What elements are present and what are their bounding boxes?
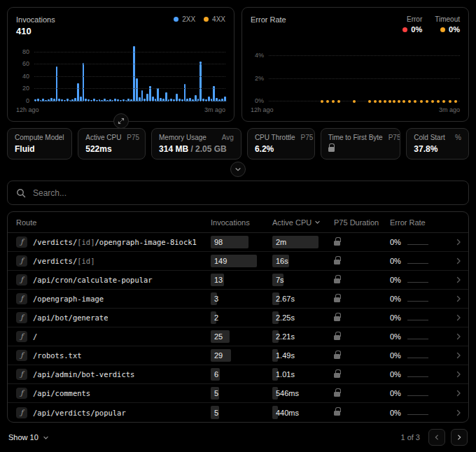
row-detail-button[interactable] <box>449 389 468 397</box>
y-axis-tick: 40 <box>22 73 29 80</box>
timeout-legend-label: Timeout <box>435 15 460 23</box>
error-rate-value: 0% <box>390 313 401 322</box>
invocations-cell-value: 3 <box>211 295 218 303</box>
column-header-active-cpu[interactable]: Active CPU <box>272 218 334 227</box>
table-row[interactable]: ƒ/opengraph-image32.67s0% <box>8 290 468 309</box>
active-cpu-cell-value: 2.67s <box>272 295 295 303</box>
row-chevron-icon <box>454 389 463 397</box>
invocations-cell: 25 <box>211 327 272 346</box>
legend-4xx-label: 4XX <box>212 15 225 23</box>
route-dynamic-segment: [id] <box>77 257 94 265</box>
error-rate-value: 0% <box>390 351 401 360</box>
page-size-select[interactable]: Show 10 <box>8 433 49 442</box>
lock-icon <box>334 335 340 340</box>
collapse-metrics-button[interactable] <box>230 162 246 177</box>
table-row[interactable]: ƒ/api/bot/generate22.25s0% <box>8 309 468 327</box>
row-detail-button[interactable] <box>449 332 468 341</box>
lock-icon <box>334 278 340 283</box>
row-detail-button[interactable] <box>449 313 468 322</box>
error-rate-sparkline <box>407 358 428 358</box>
column-header-route[interactable]: Route <box>16 218 211 227</box>
error-rate-sparkline <box>407 339 428 339</box>
legend-item-2xx[interactable]: 2XX <box>174 15 195 23</box>
table-row[interactable]: ƒ/robots.txt291.49s0% <box>8 346 468 365</box>
invocation-bar <box>77 83 79 101</box>
error-legend-label: Error <box>407 15 422 23</box>
table-row[interactable]: ƒ/252.21s0% <box>8 327 468 346</box>
error-rate-chart[interactable]: 0%2%4% <box>269 45 460 101</box>
column-header-invocations[interactable]: Invocations <box>211 218 272 227</box>
row-detail-button[interactable] <box>449 276 468 284</box>
active-cpu-cell-value: 7s <box>272 276 284 284</box>
active-cpu-cell-value: 2.25s <box>272 313 295 322</box>
chevron-down-icon <box>234 166 241 173</box>
row-chevron-icon <box>454 370 463 379</box>
column-header-error-rate[interactable]: Error Rate <box>390 218 449 227</box>
row-detail-button[interactable] <box>449 409 468 417</box>
invocation-bar <box>141 90 144 101</box>
routes-table: Route Invocations Active CPU P75 Duratio… <box>7 211 469 423</box>
error-rate-sparkline <box>407 395 428 396</box>
error-rate-sparkline <box>407 282 428 283</box>
invocation-bar <box>83 63 85 101</box>
column-header-p75-duration[interactable]: P75 Duration <box>334 218 390 227</box>
error-rate-cell: 0% <box>390 238 449 246</box>
timeout-data-dot <box>402 100 405 103</box>
charts-row: Invocations 410 2XX 4XX 020406080 <box>7 7 469 122</box>
route-cell: ƒ/robots.txt <box>16 350 211 361</box>
lock-icon <box>334 316 340 321</box>
p75-duration-cell <box>334 295 390 304</box>
row-detail-button[interactable] <box>449 238 468 246</box>
table-header: Route Invocations Active CPU P75 Duratio… <box>8 212 468 233</box>
metric-value: 314 MB / 2.05 GB <box>159 144 234 154</box>
function-icon: ƒ <box>16 350 27 361</box>
search-bar <box>7 181 469 205</box>
search-icon <box>16 188 26 198</box>
previous-page-button[interactable] <box>428 429 445 446</box>
gridline <box>34 52 225 52</box>
error-rate-sparkline <box>407 263 428 264</box>
table-row[interactable]: ƒ/verdicts/[id]14916s0% <box>8 252 468 271</box>
function-icon: ƒ <box>16 312 27 323</box>
row-detail-button[interactable] <box>449 351 468 360</box>
invocations-cell: 5 <box>211 403 272 422</box>
row-chevron-icon <box>454 351 463 360</box>
y-axis-tick: 0 <box>26 98 29 104</box>
error-rate-value: 0% <box>390 295 401 303</box>
function-icon: ƒ <box>16 388 27 399</box>
table-row[interactable]: ƒ/api/cron/calculate-popular137s0% <box>8 271 468 290</box>
table-row[interactable]: ƒ/api/verdicts/popular5440ms0% <box>8 403 468 422</box>
table-row[interactable]: ƒ/api/admin/bot-verdicts61.01s0% <box>8 365 468 384</box>
row-chevron-icon <box>454 409 463 417</box>
table-row[interactable]: ƒ/verdicts/[id]/opengraph-image-8iock198… <box>8 233 468 252</box>
legend-item-4xx[interactable]: 4XX <box>204 15 225 23</box>
row-detail-button[interactable] <box>449 257 468 265</box>
expand-chart-button[interactable] <box>113 113 129 129</box>
legend-item-timeout[interactable]: Timeout 0% <box>435 15 460 34</box>
metric-value: 6.2% <box>255 144 307 154</box>
search-input[interactable] <box>8 181 468 204</box>
active-cpu-cell: 2m <box>272 233 334 251</box>
row-chevron-icon <box>454 276 463 284</box>
metric-qualifier: P75 <box>388 134 401 141</box>
error-rate-cell: 0% <box>390 295 449 303</box>
table-row[interactable]: ƒ/api/comments5546ms0% <box>8 384 468 403</box>
gridline <box>34 88 225 89</box>
metric-qualifier: P75 <box>301 134 314 141</box>
function-icon: ƒ <box>16 331 27 342</box>
lock-icon <box>334 241 340 246</box>
active-cpu-cell-value: 2m <box>272 238 286 246</box>
metric-label: Memory Usage <box>159 134 206 141</box>
metric-value <box>328 144 393 152</box>
row-detail-button[interactable] <box>449 370 468 379</box>
legend-item-error[interactable]: Error 0% <box>402 15 422 34</box>
invocations-cell-value: 25 <box>211 332 223 341</box>
p75-duration-cell <box>334 257 390 266</box>
active-cpu-cell: 2.67s <box>272 290 334 308</box>
next-page-button[interactable] <box>451 429 468 446</box>
invocations-chart[interactable]: 020406080 <box>34 45 225 101</box>
row-detail-button[interactable] <box>449 295 468 303</box>
error-rate-cell: 0% <box>390 409 449 417</box>
p75-duration-cell <box>334 332 390 341</box>
timeout-data-dot <box>332 100 335 103</box>
